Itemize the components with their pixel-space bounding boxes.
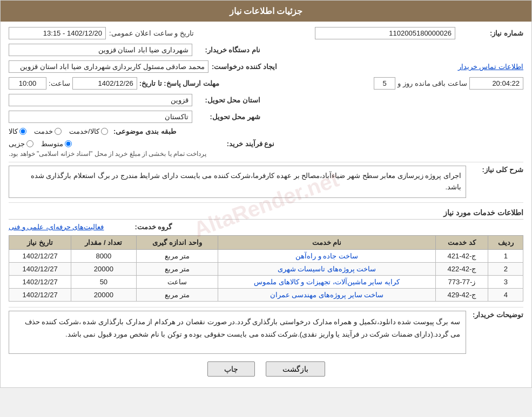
cell-qty: 20000 bbox=[71, 288, 136, 301]
purchase-type-jozi[interactable]: جزیی bbox=[9, 140, 33, 148]
cell-row: 3 bbox=[488, 275, 523, 288]
cell-code: ج-42-421 bbox=[435, 249, 488, 262]
buyer-name-value: شهرداری ضیا اباد استان قزوین bbox=[9, 44, 192, 56]
announce-date-label: تاریخ و ساعت اعلان عمومی: bbox=[109, 29, 194, 37]
deadline-days-label: روز و bbox=[398, 79, 413, 87]
cell-qty: 50 bbox=[71, 275, 136, 288]
province-value: قزوین bbox=[9, 94, 192, 106]
services-section-title: اطلاعات خدمات مورد نیاز bbox=[9, 208, 523, 220]
cell-date: 1402/12/27 bbox=[9, 288, 71, 301]
cell-row: 1 bbox=[488, 249, 523, 262]
contact-link[interactable]: اطلاعات تماس خریدار bbox=[458, 63, 523, 71]
deadline-remaining-label: ساعت باقی مانده bbox=[415, 79, 467, 87]
city-label: شهر محل تحویل: bbox=[196, 113, 260, 121]
buyer-notes-label: توضیحات خریدار: bbox=[469, 311, 523, 319]
cell-unit: متر مربع bbox=[136, 249, 218, 262]
col-name: نام خدمت bbox=[218, 235, 435, 249]
purchase-type-motavasset[interactable]: متوسط bbox=[41, 140, 72, 148]
services-table: ردیف کد خدمت نام خدمت واحد اندازه گیری ت… bbox=[9, 235, 523, 302]
cell-name: ساخت سایر پروژه‌های مهندسی عمران bbox=[218, 288, 435, 301]
cell-code: ج-42-422 bbox=[435, 262, 488, 275]
cell-name: ساخت پروژه‌های تاسیسات شهری bbox=[218, 262, 435, 275]
service-group-label: گروه خدمت: bbox=[107, 223, 172, 231]
table-row: 4ج-42-429ساخت سایر پروژه‌های مهندسی عمرا… bbox=[9, 288, 523, 301]
purchase-type-note: پرداخت تمام یا بخشی از مبلغ خرید از محل … bbox=[9, 150, 206, 158]
button-row: بازگشت چاپ bbox=[9, 361, 523, 377]
cell-unit: متر مربع bbox=[136, 262, 218, 275]
deadline-remaining: 20:04:22 bbox=[469, 77, 523, 90]
cell-code: ج-42-429 bbox=[435, 288, 488, 301]
category-label: طبقه بندی موضوعی: bbox=[111, 127, 176, 135]
cell-qty: 8000 bbox=[71, 249, 136, 262]
table-row: 2ج-42-422ساخت پروژه‌های تاسیسات شهریمتر … bbox=[9, 262, 523, 275]
buyer-notes-value: سه برگ پیوست شده دانلود،تکمیل و همراه مد… bbox=[9, 311, 466, 354]
table-row: 1ج-42-421ساخت جاده و راه‌آهنمتر مربع8000… bbox=[9, 249, 523, 262]
page-title: جزئیات اطلاعات نیاز bbox=[1, 1, 531, 22]
deadline-time: 10:00 bbox=[9, 77, 46, 90]
cell-name: کرایه سایر ماشین‌آلات، تجهیزات و کالاهای… bbox=[218, 275, 435, 288]
deadline-time-label: ساعت: bbox=[49, 79, 70, 87]
back-button[interactable]: بازگشت bbox=[266, 361, 325, 377]
description-label: شرح کلی نیاز: bbox=[469, 166, 523, 174]
col-row: ردیف bbox=[488, 235, 523, 249]
deadline-days: 5 bbox=[374, 77, 395, 90]
cell-name: ساخت جاده و راه‌آهن bbox=[218, 249, 435, 262]
need-number-value: 1102005180000026 bbox=[315, 27, 455, 39]
service-group-value[interactable]: فعالیت‌های حرفه‌ای، علمی و فنی bbox=[9, 223, 104, 231]
purchase-type-radio-group: متوسط جزیی bbox=[9, 140, 72, 148]
category-khedmat[interactable]: خدمت bbox=[34, 127, 62, 135]
col-qty: تعداد / مقدار bbox=[71, 235, 136, 249]
announce-date-value: 1402/12/20 - 13:15 bbox=[9, 27, 106, 39]
cell-date: 1402/12/27 bbox=[9, 262, 71, 275]
creator-value: محمد صادقی مسئول کاربردازی شهرداری ضیا ا… bbox=[9, 60, 208, 73]
cell-unit: ساعت bbox=[136, 275, 218, 288]
col-date: تاریخ نیاز bbox=[9, 235, 71, 249]
city-value: تاکستان bbox=[9, 111, 192, 123]
col-code: کد خدمت bbox=[435, 235, 488, 249]
category-kala[interactable]: کالا bbox=[9, 127, 26, 135]
cell-code: ز-77-773 bbox=[435, 275, 488, 288]
cell-unit: متر مربع bbox=[136, 288, 218, 301]
cell-date: 1402/12/27 bbox=[9, 275, 71, 288]
cell-qty: 20000 bbox=[71, 262, 136, 275]
cell-row: 2 bbox=[488, 262, 523, 275]
category-kala-khedmat[interactable]: کالا/خدمت bbox=[69, 127, 108, 135]
description-value: اجرای پروژه زیرسازی معابر سطح شهر ضیاءآب… bbox=[9, 166, 466, 198]
cell-row: 4 bbox=[488, 288, 523, 301]
cell-date: 1402/12/27 bbox=[9, 249, 71, 262]
table-row: 3ز-77-773کرایه سایر ماشین‌آلات، تجهیزات … bbox=[9, 275, 523, 288]
province-label: استان محل تحویل: bbox=[196, 96, 260, 104]
buyer-name-label: نام دستگاه خریدار: bbox=[196, 46, 260, 54]
print-button[interactable]: چاپ bbox=[207, 361, 255, 377]
purchase-type-label: نوع فرآیند خرید: bbox=[210, 140, 274, 148]
deadline-date: 1402/12/26 bbox=[72, 77, 137, 90]
creator-label: ایجاد کننده درخواست: bbox=[212, 63, 277, 71]
category-radio-group: کالا/خدمت خدمت کالا bbox=[9, 127, 108, 135]
deadline-label: مهلت ارسال پاسخ: تا تاریخ: bbox=[139, 79, 219, 87]
need-number-label: شماره نیاز: bbox=[459, 29, 523, 37]
col-unit: واحد اندازه گیری bbox=[136, 235, 218, 249]
